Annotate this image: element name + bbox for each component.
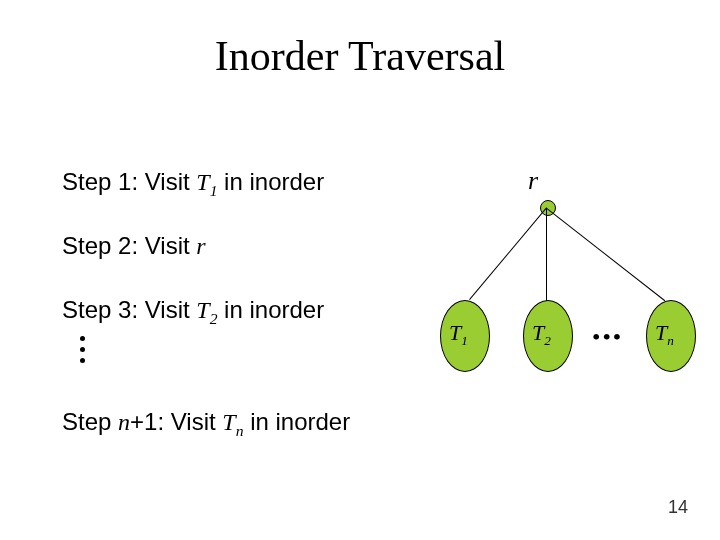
step-n-plus: +1: Visit: [130, 408, 222, 435]
label-T1-T: T: [449, 320, 461, 345]
step-n-text-b: in inorder: [243, 408, 350, 435]
step-1-T: T: [196, 169, 209, 195]
vertical-ellipsis-icon: [80, 336, 85, 363]
step-3: Step 3: Visit T2 in inorder: [62, 296, 324, 328]
slide-title: Inorder Traversal: [0, 32, 720, 80]
step-3-text-b: in inorder: [217, 296, 324, 323]
step-1: Step 1: Visit T1 in inorder: [62, 168, 324, 200]
step-3-T: T: [196, 297, 209, 323]
edge-r-T2: [546, 208, 547, 303]
step-3-text-a: Step 3: Visit: [62, 296, 196, 323]
tree-diagram: r T1 T2 Tn •••: [420, 160, 700, 400]
label-T1-sub: 1: [461, 333, 468, 348]
root-label: r: [528, 166, 538, 196]
label-Tn-T: T: [655, 320, 667, 345]
label-T2-T: T: [532, 320, 544, 345]
step-2: Step 2: Visit r: [62, 232, 206, 260]
label-T1: T1: [449, 320, 468, 349]
label-Tn: Tn: [655, 320, 674, 349]
step-n-plus-1: Step n+1: Visit Tn in inorder: [62, 408, 350, 440]
edge-r-T1: [469, 207, 547, 300]
horizontal-ellipsis-icon: •••: [592, 324, 623, 351]
page-number: 14: [668, 497, 688, 518]
step-n-n: n: [118, 409, 130, 435]
label-T2-sub: 2: [544, 333, 551, 348]
step-1-text-b: in inorder: [217, 168, 324, 195]
step-2-r: r: [196, 233, 205, 259]
step-n-T: T: [222, 409, 235, 435]
step-1-text-a: Step 1: Visit: [62, 168, 196, 195]
step-n-text-a: Step: [62, 408, 118, 435]
edge-r-Tn: [546, 208, 665, 301]
label-T2: T2: [532, 320, 551, 349]
label-Tn-sub: n: [667, 333, 674, 348]
step-2-text-a: Step 2: Visit: [62, 232, 196, 259]
